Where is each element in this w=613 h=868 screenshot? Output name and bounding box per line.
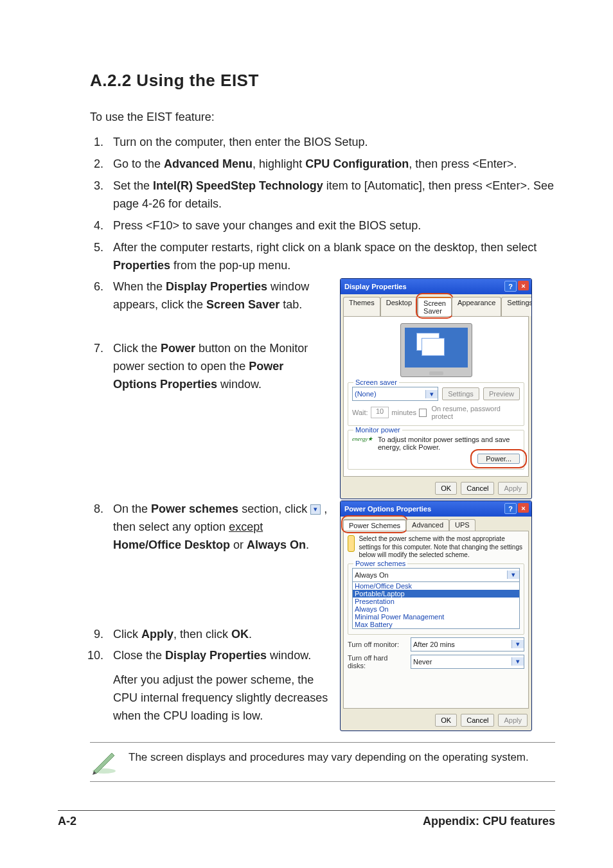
wait-spinner[interactable]: 10 <box>371 407 389 418</box>
opt-home-office[interactable]: Home/Office Desk <box>353 582 519 590</box>
turn-off-hd-row: Turn off hard disks: Never ▾ <box>348 654 524 669</box>
help-icon[interactable]: ? <box>504 503 517 514</box>
chevron-down-icon: ▾ <box>511 640 524 648</box>
power-button[interactable]: Power... <box>477 454 520 464</box>
display-properties-figure: Display Properties ? × Themes Desktop Sc… <box>340 278 555 499</box>
power-scheme-options[interactable]: Home/Office Desk Portable/Laptop Present… <box>352 582 520 629</box>
chevron-down-icon: ▾ <box>511 657 524 666</box>
po-title: Power Options Properties <box>344 505 431 513</box>
tab-power-schemes[interactable]: Power Schemes <box>343 519 406 531</box>
help-icon[interactable]: ? <box>504 281 517 292</box>
close-icon[interactable]: × <box>518 281 529 290</box>
tab-settings[interactable]: Settings <box>501 297 532 316</box>
opt-presentation[interactable]: Presentation <box>353 598 519 605</box>
instruction-list: Turn on the computer, then enter the BIO… <box>90 134 555 725</box>
po-apply-button[interactable]: Apply <box>498 714 528 727</box>
step-10: Close the Display Properties window. Aft… <box>107 647 328 725</box>
dp-cancel-button[interactable]: Cancel <box>461 482 494 495</box>
dp-apply-button[interactable]: Apply <box>498 482 528 495</box>
pencil-icon <box>90 749 118 775</box>
tab-desktop[interactable]: Desktop <box>380 297 418 316</box>
step-4: Press <F10> to save your changes and exi… <box>107 217 555 235</box>
opt-always-on[interactable]: Always On <box>353 605 519 613</box>
wait-row: Wait: 10 minutes On resume, password pro… <box>352 405 520 420</box>
dp-ok-button[interactable]: OK <box>435 482 457 495</box>
po-cancel-button[interactable]: Cancel <box>461 714 494 727</box>
tab-appearance[interactable]: Appearance <box>452 297 501 316</box>
resume-checkbox[interactable] <box>419 409 427 417</box>
step-2: Go to the Advanced Menu, highlight CPU C… <box>107 155 555 173</box>
footnote: The screen displays and procedures may v… <box>90 742 555 782</box>
tab-themes[interactable]: Themes <box>343 297 380 316</box>
after-note: After you adjust the power scheme, the C… <box>113 671 328 725</box>
turn-off-hd-select[interactable]: Never ▾ <box>411 655 524 669</box>
step-5: After the computer restarts, right click… <box>107 239 555 275</box>
po-tabs: Power Schemes Advanced UPS <box>341 517 531 531</box>
chevron-down-icon: ▾ <box>507 571 519 579</box>
opt-portable[interactable]: Portable/Laptop <box>353 590 519 598</box>
power-scheme-select[interactable]: Always On ▾ <box>352 568 520 582</box>
dp-title: Display Properties <box>344 283 407 290</box>
page: A.2.2 Using the EIST To use the EIST fea… <box>0 0 613 782</box>
step-3: Set the Intel(R) SpeedStep Technology it… <box>107 177 555 213</box>
step-7: Click the Power button on the Monitor po… <box>107 340 328 484</box>
tab-screen-saver[interactable]: Screen Saver <box>418 297 452 316</box>
page-number: A-2 <box>58 815 76 828</box>
preview-button[interactable]: Preview <box>483 387 520 400</box>
step-1: Turn on the computer, then enter the BIO… <box>107 134 555 152</box>
po-titlebar: Power Options Properties ? × <box>341 501 531 517</box>
tab-ups[interactable]: UPS <box>449 519 475 531</box>
screen-saver-select[interactable]: (None) ▾ <box>352 387 438 401</box>
settings-button[interactable]: Settings <box>442 387 479 400</box>
step-9: Click Apply, then click OK. <box>107 626 328 644</box>
energy-star-icon: energy★ <box>352 436 374 450</box>
lead-text: To use the EIST feature: <box>90 109 555 126</box>
tab-advanced[interactable]: Advanced <box>406 519 449 531</box>
dp-tabs: Themes Desktop Screen Saver Appearance S… <box>341 294 531 316</box>
power-plug-icon <box>348 535 355 552</box>
chevron-down-icon: ▾ <box>425 390 438 398</box>
footer-title: Appendix: CPU features <box>423 815 555 828</box>
section-heading: A.2.2 Using the EIST <box>90 71 555 91</box>
page-footer: A-2 Appendix: CPU features <box>58 810 555 828</box>
display-properties-window: Display Properties ? × Themes Desktop Sc… <box>340 278 532 499</box>
turn-off-monitor-select[interactable]: After 20 mins ▾ <box>411 637 524 651</box>
opt-max-battery[interactable]: Max Battery <box>353 621 519 628</box>
power-options-figure: Power Options Properties ? × Power Schem… <box>340 500 555 731</box>
power-options-window: Power Options Properties ? × Power Schem… <box>340 500 532 731</box>
screen-saver-group: Screen saver (None) ▾ Settings Preview <box>348 382 524 426</box>
opt-min-power[interactable]: Minimal Power Management <box>353 613 519 621</box>
monitor-preview <box>400 323 472 377</box>
dp-titlebar: Display Properties ? × <box>341 279 531 294</box>
turn-off-monitor-row: Turn off monitor: After 20 mins ▾ <box>348 637 524 651</box>
monitor-power-group: Monitor power energy★ To adjust monitor … <box>348 430 524 470</box>
power-schemes-group: Power schemes Always On ▾ Home/Office De… <box>348 563 524 635</box>
po-ok-button[interactable]: OK <box>435 714 457 727</box>
dropdown-icon: ▾ <box>310 504 321 515</box>
close-icon[interactable]: × <box>518 503 529 513</box>
